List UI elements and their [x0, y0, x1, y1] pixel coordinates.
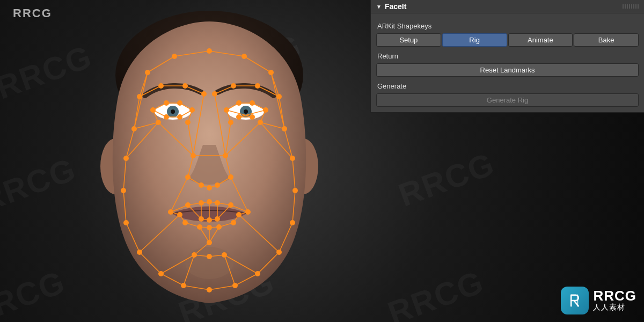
landmark-point[interactable]	[145, 70, 150, 75]
landmark-point[interactable]	[224, 107, 229, 113]
landmark-point[interactable]	[276, 94, 282, 99]
landmark-point[interactable]	[177, 212, 182, 217]
reset-landmarks-button[interactable]: Reset Landmarks	[376, 63, 639, 77]
landmark-point[interactable]	[201, 91, 207, 97]
tab-row: Setup Rig Animate Bake	[376, 33, 639, 47]
tab-bake[interactable]: Bake	[574, 33, 639, 47]
landmark-point[interactable]	[191, 153, 196, 158]
watermark: RRCG	[383, 263, 489, 322]
return-section-label: Return	[377, 52, 638, 60]
landmark-point[interactable]	[236, 114, 241, 120]
landmark-point[interactable]	[268, 70, 274, 75]
landmark-point[interactable]	[231, 83, 236, 89]
landmark-point[interactable]	[177, 100, 182, 106]
landmark-point[interactable]	[216, 224, 222, 230]
svg-point-8	[244, 109, 248, 114]
landmark-point[interactable]	[177, 114, 182, 120]
landmark-point[interactable]	[290, 220, 295, 225]
landmark-point[interactable]	[164, 100, 169, 106]
landmark-point[interactable]	[212, 91, 217, 97]
svg-point-7	[171, 109, 175, 114]
landmark-point[interactable]	[255, 83, 260, 89]
landmark-point[interactable]	[207, 199, 212, 204]
landmark-point[interactable]	[263, 107, 268, 113]
landmark-point[interactable]	[197, 224, 202, 230]
landmark-point[interactable]	[241, 54, 247, 59]
landmark-point[interactable]	[215, 182, 220, 188]
landmark-point[interactable]	[131, 126, 137, 131]
face-overlay	[0, 0, 370, 322]
svg-point-9	[185, 247, 233, 279]
landmark-point[interactable]	[164, 114, 169, 120]
landmark-point[interactable]	[232, 283, 238, 288]
brand-badge: RRCG 人人素材	[561, 287, 636, 314]
landmark-point[interactable]	[150, 107, 156, 113]
faceit-panel: ▼ FaceIt ARKit Shapekeys Setup Rig Anima…	[370, 0, 644, 113]
tab-rig[interactable]: Rig	[442, 33, 507, 47]
landmark-point[interactable]	[207, 254, 212, 259]
landmark-point[interactable]	[158, 271, 164, 276]
landmark-point[interactable]	[222, 252, 227, 258]
panel-title: FaceIt	[385, 2, 406, 11]
landmark-point[interactable]	[258, 120, 263, 125]
landmark-point[interactable]	[290, 156, 295, 161]
landmark-point[interactable]	[228, 174, 233, 180]
watermark: RRCG	[394, 145, 500, 214]
landmark-point[interactable]	[182, 83, 188, 89]
viewport-3d[interactable]	[0, 0, 370, 322]
landmark-point[interactable]	[207, 185, 212, 191]
landmark-point[interactable]	[199, 216, 204, 222]
landmark-point[interactable]	[182, 220, 188, 225]
landmark-point[interactable]	[185, 202, 191, 208]
panel-header[interactable]: ▼ FaceIt	[371, 0, 644, 13]
landmark-point[interactable]	[189, 107, 195, 113]
brand-logo-icon	[561, 287, 589, 314]
landmark-point[interactable]	[250, 114, 255, 120]
panel-grip-icon[interactable]	[623, 4, 639, 9]
landmark-point[interactable]	[236, 100, 241, 106]
landmark-point[interactable]	[276, 250, 282, 255]
landmark-point[interactable]	[250, 100, 255, 106]
landmark-point[interactable]	[207, 240, 212, 245]
landmark-point[interactable]	[282, 126, 287, 131]
landmark-point[interactable]	[172, 54, 177, 59]
landmark-point[interactable]	[292, 188, 298, 193]
brand-name: RRCG	[593, 289, 636, 303]
tab-setup[interactable]: Setup	[376, 33, 441, 47]
landmark-point[interactable]	[215, 200, 220, 206]
landmark-point[interactable]	[236, 212, 241, 217]
landmark-point[interactable]	[185, 174, 191, 180]
landmark-point[interactable]	[199, 200, 204, 206]
generate-section-label: Generate	[377, 82, 638, 90]
landmark-point[interactable]	[215, 216, 220, 222]
landmark-point[interactable]	[245, 209, 251, 215]
landmark-point[interactable]	[123, 156, 129, 161]
landmark-point[interactable]	[181, 283, 186, 288]
tab-animate[interactable]: Animate	[508, 33, 573, 47]
landmark-point[interactable]	[207, 287, 212, 292]
landmark-point[interactable]	[255, 271, 260, 276]
landmark-point[interactable]	[223, 153, 228, 158]
landmark-point[interactable]	[158, 83, 164, 89]
landmark-point[interactable]	[207, 217, 212, 223]
landmark-point[interactable]	[192, 252, 197, 258]
landmark-point[interactable]	[123, 220, 129, 225]
landmark-point[interactable]	[228, 202, 233, 208]
landmark-point[interactable]	[137, 250, 142, 255]
landmark-point[interactable]	[121, 188, 126, 193]
generate-rig-button[interactable]: Generate Rig	[376, 93, 639, 107]
landmark-point[interactable]	[231, 220, 236, 225]
landmark-point[interactable]	[137, 94, 142, 99]
landmark-point[interactable]	[207, 225, 212, 230]
landmark-point[interactable]	[228, 120, 233, 125]
panel-subtitle: ARKit Shapekeys	[377, 22, 638, 30]
landmark-point[interactable]	[185, 120, 191, 125]
landmark-point[interactable]	[207, 48, 212, 54]
landmark-point[interactable]	[199, 182, 204, 188]
collapse-icon[interactable]: ▼	[376, 4, 382, 10]
landmark-point[interactable]	[168, 209, 173, 215]
landmark-point[interactable]	[156, 120, 161, 125]
brand-sub: 人人素材	[593, 303, 636, 312]
